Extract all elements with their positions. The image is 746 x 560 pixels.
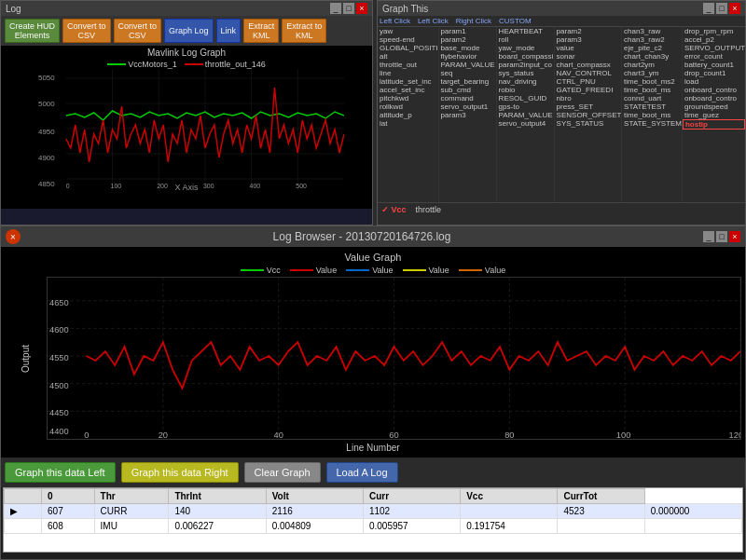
table-row[interactable]: 608 IMU 0.006227 0.004809 0.005957 0.191…	[5, 519, 742, 534]
param-chart-compassx[interactable]: chart_compassx	[555, 61, 621, 69]
param-sonar[interactable]: sonar	[555, 52, 621, 61]
param-eje-pite[interactable]: eje_pite_c2	[622, 44, 682, 52]
param-global-positi[interactable]: GLOBAL_POSITI	[378, 44, 438, 52]
graphthis-close[interactable]: ×	[729, 3, 740, 14]
param-chart-chan3y[interactable]: chart_chan3y	[622, 52, 682, 61]
param-target-bearing[interactable]: target_bearing	[439, 77, 496, 86]
param-drop-rpm[interactable]: drop_rpm_rpm	[683, 27, 745, 35]
param-groundspeed[interactable]: groundspeed	[683, 102, 745, 111]
param-hostip[interactable]: hostip	[683, 119, 745, 130]
param-onboard-contro[interactable]: onboard_contro	[683, 86, 745, 94]
param-time-guez[interactable]: time_guez	[683, 111, 745, 119]
param-yaw[interactable]: yaw	[378, 27, 438, 35]
param-servo-out4[interactable]: servo_output4	[497, 119, 554, 128]
param-board-compass[interactable]: board_compassi	[497, 52, 554, 61]
param-lat[interactable]: lat	[378, 119, 438, 128]
svg-text:4850: 4850	[38, 180, 55, 188]
param-onboard-contro2[interactable]: onboard_contro	[683, 94, 745, 102]
param-load[interactable]: load	[683, 77, 745, 86]
param-heartbeat[interactable]: HEARTBEAT	[497, 27, 554, 35]
param-time-boot-ms2[interactable]: time_boot_ms2	[622, 77, 682, 86]
logbrowser-minimize[interactable]: _	[703, 231, 714, 242]
param-nbro[interactable]: nbro	[555, 94, 621, 102]
param-alt[interactable]: alt	[378, 52, 438, 61]
param-servo-out1[interactable]: servo_output1	[439, 102, 496, 111]
param-param2b[interactable]: param2	[555, 27, 621, 35]
convert-csv-button[interactable]: Convert toCSV	[62, 19, 111, 43]
param-throttle-out[interactable]: throttle_out	[378, 61, 438, 69]
param-time-boot-ms[interactable]: time_boot_ms	[622, 86, 682, 94]
param-value[interactable]: value	[555, 44, 621, 52]
param-drop-count[interactable]: drop_count1	[683, 69, 745, 77]
cell-thrint-2116: 2116	[266, 504, 363, 519]
param-press-set[interactable]: press_SET	[555, 102, 621, 111]
param-speed-end[interactable]: speed-end	[378, 35, 438, 44]
param-chart2ym[interactable]: chart2ym	[622, 61, 682, 69]
param-accel-p2[interactable]: accel_p2	[683, 35, 745, 44]
param-vcc-check[interactable]: ✓ Vcc	[381, 205, 407, 214]
vgl-val1-label: Value	[316, 266, 337, 275]
param-nav-driving[interactable]: nav_driving	[497, 77, 554, 86]
table-row[interactable]: ▶ 607 CURR 140 2116 1102 4523 0.000000	[5, 504, 742, 519]
param-base-mode[interactable]: base_mode	[439, 44, 496, 52]
param-accel-set[interactable]: accel_set_inc	[378, 86, 438, 94]
param-param3[interactable]: param3	[439, 111, 496, 119]
clear-graph-button[interactable]: Clear Graph	[244, 462, 321, 483]
param-ctrl-pnu[interactable]: CTRL_PNU	[555, 77, 621, 86]
param-pitchkwd[interactable]: pitchkwd	[378, 94, 438, 102]
param-param-value[interactable]: PARAM_VALUE	[439, 61, 496, 69]
link-button[interactable]: Link	[216, 19, 242, 43]
graphthis-minimize[interactable]: _	[703, 3, 714, 14]
param-throttle[interactable]: throttle	[416, 205, 442, 214]
param-param2[interactable]: param2	[439, 35, 496, 44]
param-sys-status[interactable]: sys_status	[497, 69, 554, 77]
create-hud-button[interactable]: Create HUDElements	[5, 19, 60, 43]
svg-text:4900: 4900	[38, 154, 55, 162]
param-latitude-set[interactable]: latitude_set_inc	[378, 77, 438, 86]
param-gps-to[interactable]: gps-to	[497, 102, 554, 111]
param-statetest[interactable]: STATETEST	[622, 102, 682, 111]
extract-kml-button[interactable]: ExtractKML	[243, 19, 279, 43]
logbrowser-close-icon[interactable]: ×	[6, 229, 21, 244]
param-param-value2[interactable]: PARAM_VALUE	[497, 111, 554, 119]
param-gated-freedi[interactable]: GATED_FREEDI	[555, 86, 621, 94]
param-roll[interactable]: roll	[497, 35, 554, 44]
param-time-boot-ms3[interactable]: time_boot_ms	[622, 111, 682, 119]
param-error-count[interactable]: error_count	[683, 52, 745, 61]
param-param3b[interactable]: param3	[555, 35, 621, 44]
param-yaw-mode[interactable]: yaw_mode	[497, 44, 554, 52]
param-sensor-offset[interactable]: SENSOR_OFFSET	[555, 111, 621, 119]
param-sub-cmd[interactable]: sub_cmd	[439, 86, 496, 94]
param-servo-output[interactable]: SERVO_OUTPUT	[683, 44, 745, 52]
param-resol-guid[interactable]: RESOL_GUID	[497, 94, 554, 102]
param-connd-uart[interactable]: connd_uart	[622, 94, 682, 102]
param-chan3-raw[interactable]: chan3_raw	[622, 27, 682, 35]
mavlink-close[interactable]: ×	[356, 3, 367, 14]
graph-left-button[interactable]: Graph this data Left	[5, 462, 116, 483]
mavlink-maximize[interactable]: □	[343, 3, 354, 14]
param-flybehavior[interactable]: flybehavior	[439, 52, 496, 61]
param-seq[interactable]: seq	[439, 69, 496, 77]
param-battery-count[interactable]: battery_count1	[683, 61, 745, 69]
logbrowser-maximize[interactable]: □	[716, 231, 727, 242]
param-param2input[interactable]: param2input_co	[497, 61, 554, 69]
param-chan3-raw2[interactable]: chan3_raw2	[622, 35, 682, 44]
graph-right-button[interactable]: Graph this data Right	[121, 462, 239, 483]
convert-csv2-button[interactable]: Convert toCSV	[114, 19, 162, 43]
load-log-button[interactable]: Load A Log	[326, 462, 398, 483]
param-state-system[interactable]: STATE_SYSTEM	[622, 119, 682, 128]
extract-kml2-button[interactable]: Extract toKML	[282, 19, 326, 43]
param-command[interactable]: command	[439, 94, 496, 102]
graph-log-button[interactable]: Graph Log	[164, 19, 214, 43]
graphthis-maximize[interactable]: □	[716, 3, 727, 14]
param-line[interactable]: line	[378, 69, 438, 77]
param-altitude-p[interactable]: altitude_p	[378, 111, 438, 119]
param-param1[interactable]: param1	[439, 27, 496, 35]
param-sys-status2[interactable]: SYS_STATUS	[555, 119, 621, 128]
logbrowser-close[interactable]: ×	[729, 231, 740, 242]
param-rollkwd[interactable]: rollkwd	[378, 102, 438, 111]
param-nav-control[interactable]: NAV_CONTROL	[555, 69, 621, 77]
param-robio[interactable]: robio	[497, 86, 554, 94]
param-chart3-ym[interactable]: chart3_ym	[622, 69, 682, 77]
mavlink-minimize[interactable]: _	[330, 3, 341, 14]
